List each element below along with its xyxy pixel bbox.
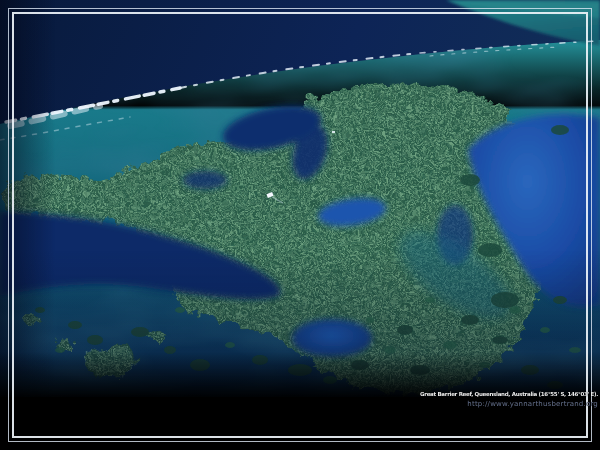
reef-aerial-photo [0, 0, 600, 450]
desktop-wallpaper: Great Barrier Reef, Queensland, Australi… [0, 0, 600, 450]
caption-url: http://www.yannarthusbertrand.org [420, 401, 598, 408]
photo-caption: Great Barrier Reef, Queensland, Australi… [420, 392, 598, 408]
caption-location: Great Barrier Reef, Queensland, Australi… [420, 392, 598, 398]
